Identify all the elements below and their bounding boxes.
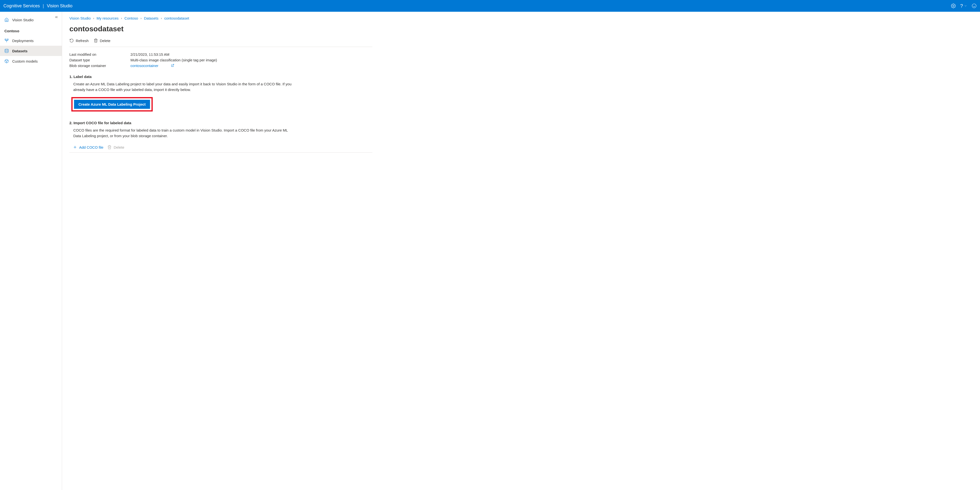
svg-rect-4: [5, 39, 6, 40]
refresh-icon: [69, 38, 74, 43]
create-labeling-project-button[interactable]: Create Azure ML Data Labeling Project: [74, 100, 150, 109]
plus-icon: [73, 145, 77, 149]
info-value: 2/21/2023, 11:53:15 AM: [130, 52, 169, 56]
svg-point-1: [972, 4, 976, 8]
sidebar-item-label: Deployments: [12, 38, 34, 43]
deployments-icon: [5, 38, 9, 43]
title-divider: |: [43, 3, 44, 8]
chevron-down-icon: [964, 4, 967, 8]
sidebar-home[interactable]: Vision Studio: [0, 14, 62, 26]
studio-name[interactable]: Vision Studio: [47, 3, 73, 8]
breadcrumb-item[interactable]: Contoso: [124, 16, 138, 20]
help-icon: ?: [960, 3, 963, 9]
sidebar-item-label: Datasets: [12, 49, 28, 53]
datasets-icon: [5, 49, 9, 53]
breadcrumb-item[interactable]: Vision Studio: [69, 16, 91, 20]
delete-coco-button: Delete: [107, 145, 124, 149]
trash-icon: [107, 145, 112, 149]
breadcrumb-item[interactable]: Datasets: [144, 16, 158, 20]
settings-icon[interactable]: [951, 3, 956, 8]
svg-line-12: [172, 64, 174, 66]
chevron-right-icon: ›: [121, 17, 122, 20]
sidebar: Vision Studio Contoso Deployments Datase…: [0, 12, 62, 490]
info-label: Last modified on: [69, 52, 130, 56]
breadcrumb-item[interactable]: My resources: [97, 16, 118, 20]
info-row-last-modified: Last modified on 2/21/2023, 11:53:15 AM: [69, 52, 372, 56]
feedback-icon[interactable]: [972, 3, 977, 8]
refresh-label: Refresh: [76, 38, 89, 43]
add-coco-file-button[interactable]: Add COCO file: [73, 145, 103, 149]
delete-label: Delete: [100, 38, 110, 43]
chevron-right-icon: ›: [161, 17, 162, 20]
highlighted-annotation: Create Azure ML Data Labeling Project: [72, 97, 153, 112]
help-button[interactable]: ?: [960, 3, 967, 9]
coco-toolbar: Add COCO file Delete: [69, 143, 372, 153]
top-bar-title: Cognitive Services | Vision Studio: [3, 3, 73, 8]
app-name[interactable]: Cognitive Services: [3, 3, 40, 8]
info-row-dataset-type: Dataset type Multi-class image classific…: [69, 58, 372, 62]
svg-point-10: [5, 49, 8, 50]
collapse-sidebar-button[interactable]: [54, 15, 58, 20]
info-value: Multi-class image classification (single…: [130, 58, 217, 62]
chevron-right-icon: ›: [140, 17, 142, 20]
sidebar-item-label: Custom models: [12, 59, 38, 63]
custom-models-icon: [5, 59, 9, 63]
external-link-icon: [171, 64, 174, 68]
breadcrumb-item-current: contosodataset: [164, 16, 189, 20]
top-bar-actions: ?: [951, 3, 977, 9]
blob-container-name: contosocontainer: [130, 64, 158, 68]
sidebar-item-datasets[interactable]: Datasets: [0, 46, 62, 56]
info-row-blob-container: Blob storage container contosocontainer: [69, 64, 372, 68]
sidebar-item-custom-models[interactable]: Custom models: [0, 56, 62, 66]
info-label: Dataset type: [69, 58, 130, 62]
home-icon: [5, 18, 9, 22]
content: Vision Studio › My resources › Contoso ›…: [62, 12, 380, 490]
svg-rect-5: [7, 39, 8, 40]
sidebar-resource-label[interactable]: Contoso: [0, 26, 62, 35]
delete-coco-label: Delete: [114, 145, 124, 149]
section1-heading: 1. Label data: [69, 75, 372, 79]
chevron-right-icon: ›: [93, 17, 94, 20]
section1-body: Create an Azure ML Data Labeling project…: [69, 81, 294, 93]
breadcrumb: Vision Studio › My resources › Contoso ›…: [69, 16, 372, 20]
delete-button[interactable]: Delete: [94, 38, 110, 43]
sidebar-item-deployments[interactable]: Deployments: [0, 35, 62, 46]
section2-heading: 2. Import COCO file for labeled data: [69, 121, 372, 125]
info-label: Blob storage container: [69, 64, 130, 68]
main-layout: Vision Studio Contoso Deployments Datase…: [0, 12, 980, 490]
page-title: contosodataset: [69, 25, 372, 33]
add-coco-label: Add COCO file: [79, 145, 103, 149]
sidebar-home-label: Vision Studio: [12, 18, 33, 22]
page-toolbar: Refresh Delete: [69, 38, 372, 47]
blob-container-link[interactable]: contosocontainer: [130, 64, 174, 68]
section2-body: COCO files are the required format for l…: [69, 128, 294, 139]
svg-point-0: [953, 5, 954, 6]
top-bar: Cognitive Services | Vision Studio ?: [0, 0, 980, 12]
trash-icon: [94, 38, 98, 43]
refresh-button[interactable]: Refresh: [69, 38, 89, 43]
